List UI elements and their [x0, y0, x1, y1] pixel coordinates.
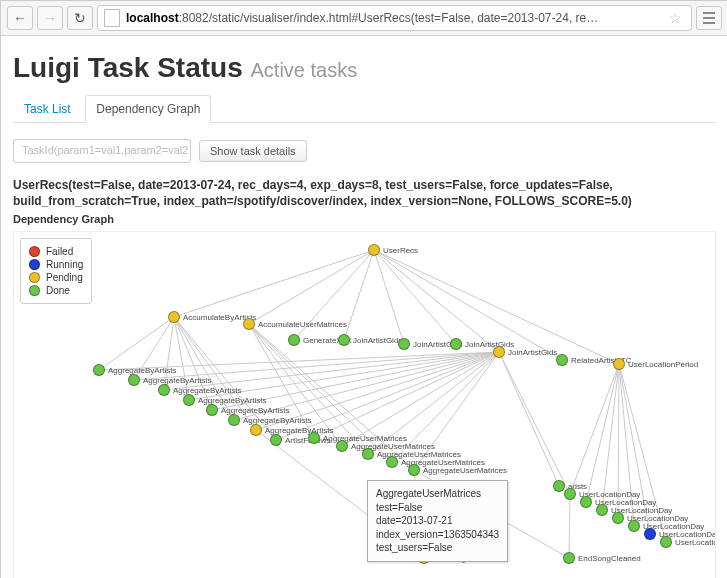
done-dot-icon: [228, 414, 240, 426]
browser-toolbar: ← → ↻ localhost:8082/static/visualiser/i…: [1, 1, 727, 36]
graph-node-label: JoinArtistGids: [353, 336, 402, 345]
svg-line-3: [344, 250, 374, 340]
running-dot-icon: [644, 528, 656, 540]
done-dot-icon: [628, 520, 640, 532]
address-bar[interactable]: localhost:8082/static/visualiser/index.h…: [97, 5, 692, 31]
pending-dot-icon: [368, 244, 380, 256]
done-dot-icon: [93, 364, 105, 376]
browser-window: ← → ↻ localhost:8082/static/visualiser/i…: [0, 0, 727, 578]
graph-node[interactable]: EndSongCleaned: [563, 552, 641, 564]
svg-line-5: [374, 250, 456, 344]
done-dot-icon: [580, 496, 592, 508]
menu-button[interactable]: [696, 6, 722, 30]
svg-line-30: [314, 352, 499, 438]
page-title: Luigi Task Status Active tasks: [13, 52, 716, 84]
done-dot-icon: [596, 504, 608, 516]
graph-node-label: JoinArtistGids: [508, 348, 557, 357]
reload-button[interactable]: ↻: [67, 6, 93, 30]
graph-edges: [14, 232, 715, 578]
graph-node-label: AggregateUserMatrices: [423, 466, 507, 475]
graph-node-label: UserRecs: [383, 246, 418, 255]
failed-dot-icon: [29, 246, 40, 257]
task-header: UserRecs(test=False, date=2013-07-24, re…: [13, 177, 716, 209]
pending-dot-icon: [29, 272, 40, 283]
svg-line-36: [499, 352, 570, 494]
graph-node[interactable]: JoinArtistGids: [338, 334, 402, 346]
dependency-graph[interactable]: Failed Running Pending Done UserRecsAccu…: [13, 231, 716, 578]
done-dot-icon: [556, 354, 568, 366]
pending-dot-icon: [613, 358, 625, 370]
done-dot-icon: [398, 338, 410, 350]
done-dot-icon: [288, 334, 300, 346]
svg-line-4: [374, 250, 404, 344]
done-dot-icon: [158, 384, 170, 396]
bookmark-star-icon[interactable]: ☆: [669, 10, 685, 26]
done-dot-icon: [612, 512, 624, 524]
legend-done: Done: [29, 285, 83, 296]
graph-node-label: UserLocationPeriod: [628, 360, 698, 369]
pending-dot-icon: [168, 311, 180, 323]
running-dot-icon: [29, 259, 40, 270]
pending-dot-icon: [250, 424, 262, 436]
graph-node-label: EndSongCleaned: [578, 554, 641, 563]
graph-node-label: AccumulateUserMatrices: [258, 320, 347, 329]
graph-node[interactable]: AggregateUserMatrices: [408, 464, 507, 476]
legend-running: Running: [29, 259, 83, 270]
graph-node-label: UserLocationDay: [675, 538, 716, 547]
status-legend: Failed Running Pending Done: [20, 238, 92, 304]
done-dot-icon: [270, 434, 282, 446]
url-text: localhost:8082/static/visualiser/index.h…: [126, 11, 663, 25]
node-tooltip: AggregateUserMatrices test=False date=20…: [367, 480, 508, 562]
graph-node[interactable]: UserLocationDay: [660, 536, 716, 548]
tab-task-list[interactable]: Task List: [13, 95, 82, 122]
show-details-button[interactable]: Show task details: [199, 140, 307, 162]
done-dot-icon: [128, 374, 140, 386]
tab-dependency-graph[interactable]: Dependency Graph: [85, 95, 211, 123]
controls-row: TaskId(param1=val1,param2=val2 Show task…: [13, 139, 716, 163]
graph-node[interactable]: UserLocationPeriod: [613, 358, 698, 370]
done-dot-icon: [450, 338, 462, 350]
done-dot-icon: [206, 404, 218, 416]
page-icon: [104, 9, 120, 27]
graph-node[interactable]: UserRecs: [368, 244, 418, 256]
done-dot-icon: [29, 285, 40, 296]
done-dot-icon: [564, 488, 576, 500]
page-subtitle: Active tasks: [251, 59, 358, 81]
pending-dot-icon: [493, 346, 505, 358]
graph-label: Dependency Graph: [13, 213, 716, 225]
graph-node[interactable]: AccumulateUserMatrices: [243, 318, 347, 330]
forward-button[interactable]: →: [37, 6, 63, 30]
svg-line-1: [249, 250, 374, 324]
done-dot-icon: [336, 440, 348, 452]
done-dot-icon: [338, 334, 350, 346]
done-dot-icon: [563, 552, 575, 564]
done-dot-icon: [183, 394, 195, 406]
done-dot-icon: [308, 432, 320, 444]
done-dot-icon: [660, 536, 672, 548]
svg-line-47: [569, 494, 570, 558]
legend-failed: Failed: [29, 246, 83, 257]
page-content: Luigi Task Status Active tasks Task List…: [1, 36, 727, 578]
done-dot-icon: [386, 456, 398, 468]
svg-line-38: [586, 364, 619, 502]
taskid-input[interactable]: TaskId(param1=val1,param2=val2: [13, 139, 191, 163]
back-button[interactable]: ←: [7, 6, 33, 30]
tab-bar: Task List Dependency Graph: [13, 94, 716, 123]
graph-node[interactable]: JoinArtistGids: [493, 346, 557, 358]
svg-line-35: [499, 352, 559, 486]
pending-dot-icon: [243, 318, 255, 330]
svg-line-9: [99, 317, 174, 370]
legend-pending: Pending: [29, 272, 83, 283]
done-dot-icon: [362, 448, 374, 460]
done-dot-icon: [408, 464, 420, 476]
